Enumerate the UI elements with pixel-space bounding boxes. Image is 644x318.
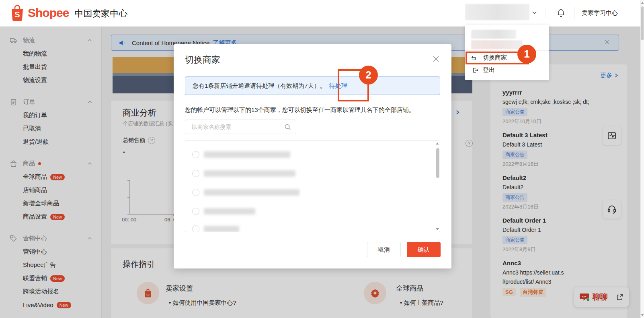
close-icon[interactable] xyxy=(433,56,439,62)
scrollbar-thumb[interactable] xyxy=(436,148,439,178)
merchant-name-blurred xyxy=(204,226,239,232)
scroll-up-arrow[interactable] xyxy=(641,2,644,4)
modal-title: 切换商家 xyxy=(185,54,220,66)
page-title: 中国卖家中心 xyxy=(74,6,127,20)
merchant-option[interactable] xyxy=(192,151,290,158)
chevron-down-icon[interactable] xyxy=(531,10,537,16)
merchant-option[interactable] xyxy=(192,170,295,177)
radio-icon[interactable] xyxy=(192,151,199,158)
seller-learning-center-link[interactable]: 卖家学习中心 xyxy=(582,9,618,17)
radio-icon[interactable] xyxy=(192,208,199,215)
cancel-button[interactable]: 取消 xyxy=(367,242,401,257)
shopee-bag-icon: S xyxy=(10,5,25,21)
account-info-blurred xyxy=(471,40,523,49)
merchant-name-blurred xyxy=(204,208,255,215)
search-icon[interactable] xyxy=(284,124,291,130)
merchant-option[interactable] xyxy=(192,225,239,232)
menu-item-label: 登出 xyxy=(483,66,495,74)
merchant-search-box xyxy=(185,120,296,134)
invitation-text: 您有1条新店铺开通邀请待处理（有效期为7天）。 xyxy=(193,82,326,90)
annotation-step-1: 1 xyxy=(517,45,536,64)
radio-icon[interactable] xyxy=(192,225,199,232)
brand-name: Shopee xyxy=(28,6,69,20)
scroll-up-arrow[interactable] xyxy=(436,142,439,145)
menu-item-logout[interactable]: 登出 xyxy=(465,64,549,76)
merchant-option[interactable] xyxy=(192,189,299,196)
merchant-option[interactable] xyxy=(192,208,255,215)
divider xyxy=(574,7,574,19)
merchant-name-blurred xyxy=(204,189,299,196)
page-scrollbar[interactable] xyxy=(640,0,644,318)
account-name-blurred[interactable] xyxy=(465,4,529,20)
logout-icon xyxy=(471,67,479,74)
switch-merchant-modal: 切换商家 您有1条新店铺开通邀请待处理（有效期为7天）。 待处理 您的帐户可以管… xyxy=(174,44,451,268)
account-info-blurred xyxy=(471,30,516,39)
divider xyxy=(545,8,546,19)
svg-text:S: S xyxy=(14,10,20,19)
merchant-name-blurred xyxy=(204,170,295,177)
merchant-name-blurred xyxy=(204,151,290,158)
top-header: S Shopee 中国卖家中心 卖家学习中心 xyxy=(0,0,644,27)
invitation-notice: 您有1条新店铺开通邀请待处理（有效期为7天）。 待处理 xyxy=(185,76,440,95)
radio-icon[interactable] xyxy=(192,189,199,196)
merchant-search-input[interactable] xyxy=(191,123,284,130)
confirm-button[interactable]: 确认 xyxy=(407,242,441,257)
seller-center-page: 物流 我的物流 批量出货 物流设置 订单 我的订单 已取消 退货/退款 商品 全… xyxy=(0,0,644,318)
annotation-step-2: 2 xyxy=(359,66,378,85)
scroll-down-arrow[interactable] xyxy=(436,228,439,230)
notification-bell-icon[interactable] xyxy=(556,8,566,18)
merchant-option-list xyxy=(185,140,440,232)
shopee-logo[interactable]: S Shopee 中国卖家中心 xyxy=(10,5,127,21)
divider xyxy=(465,50,549,51)
radio-icon[interactable] xyxy=(192,170,199,177)
scrollbar-thumb[interactable] xyxy=(641,6,644,40)
scroll-down-arrow[interactable] xyxy=(641,314,644,316)
modal-description: 您的帐户可以管理以下的13个商家，您可以切换至任一商家以管理其名下的全部店铺。 xyxy=(185,106,440,114)
